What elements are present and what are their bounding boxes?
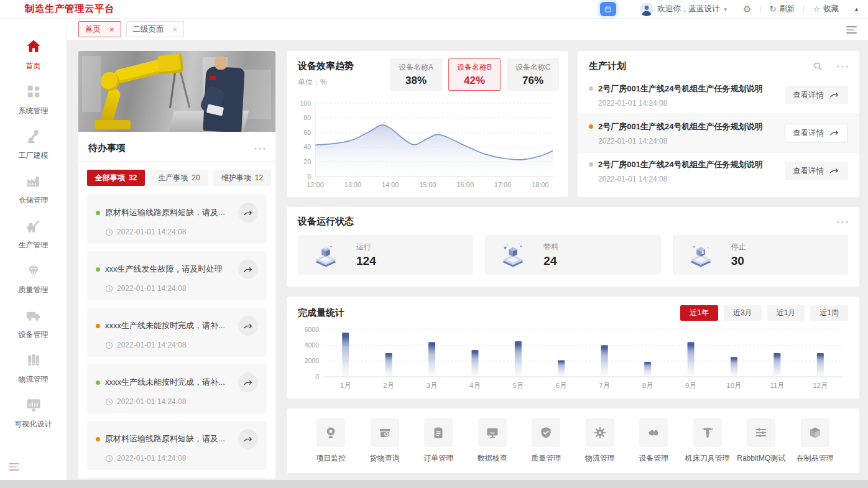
gear-icon[interactable]: ⚙ bbox=[743, 4, 751, 15]
sidebar-item-factory[interactable]: 仓储管理 bbox=[0, 172, 67, 206]
shortcut-label: 在制品管理 bbox=[796, 453, 834, 464]
sidebar-item-grid[interactable]: 系统管理 bbox=[0, 82, 67, 116]
stat-text: 运行124 bbox=[356, 242, 376, 268]
star-icon: ☆ bbox=[813, 4, 820, 14]
shortcut-label: 设备管理 bbox=[639, 453, 668, 464]
todo-item: xxxx生产线未能按时完成，请补...2022-01-01 14:24:08 bbox=[87, 364, 267, 413]
hearts-icon bbox=[639, 418, 668, 447]
sidebar-collapse-icon[interactable] bbox=[9, 461, 19, 472]
stat-text: 停止30 bbox=[731, 242, 746, 268]
todo-list: 原材料运输线路原料短缺，请及...2022-01-01 14:24:08xxx生… bbox=[78, 187, 275, 479]
range-button[interactable]: 近1周 bbox=[810, 305, 848, 321]
more-icon[interactable] bbox=[837, 221, 848, 223]
app-root: 制造生产管理云平台 欢迎你，蓝蓝设计 ▾ ⚙ ↻ 刷新 bbox=[0, 0, 868, 488]
view-detail-button[interactable]: 查看详情 bbox=[785, 86, 848, 104]
favorite-button[interactable]: ☆ 收藏 bbox=[813, 4, 839, 14]
todo-item-arrow-button[interactable] bbox=[238, 259, 258, 279]
todo-item-arrow-button[interactable] bbox=[238, 372, 258, 392]
shortcut-clipboard[interactable]: 订单管理 bbox=[412, 418, 466, 464]
tab-home[interactable]: 首页× bbox=[78, 21, 121, 37]
todo-filter-button[interactable]: 生产事项20 bbox=[150, 170, 208, 186]
sliders-icon bbox=[747, 418, 775, 447]
refresh-button[interactable]: ↻ 刷新 bbox=[770, 4, 795, 14]
close-icon[interactable]: × bbox=[173, 25, 178, 34]
sidebar-item-books[interactable]: 物流管理 bbox=[0, 351, 67, 385]
todo-item-row: xxx生产线发生故障，请及时处理 bbox=[96, 259, 258, 279]
completion-bar-chart: 02000400060001月2月3月4月5月6月7月8月9月10月11月12月 bbox=[298, 326, 848, 394]
shortcut-gear[interactable]: 物流管理 bbox=[573, 418, 627, 464]
svg-text:13:00: 13:00 bbox=[344, 181, 362, 188]
arrow-right-icon bbox=[829, 129, 840, 138]
grid-icon bbox=[24, 82, 43, 101]
efficiency-card: 设备效率趋势 单位：% 设备名称A38%设备名称B42%设备名称C76% 020… bbox=[287, 51, 568, 197]
todo-item-arrow-button[interactable] bbox=[238, 429, 258, 449]
tab-menu-icon[interactable] bbox=[846, 24, 857, 35]
filter-label: 生产事项 bbox=[158, 173, 188, 183]
plan-item: 2号厂房001生产线24号机组生产任务规划说明2022-01-01 14:24:… bbox=[578, 77, 859, 113]
view-detail-button[interactable]: 查看详情 bbox=[785, 124, 848, 142]
todo-filter-button[interactable]: 全部事项32 bbox=[87, 170, 145, 186]
more-icon[interactable] bbox=[254, 147, 265, 150]
shortcut-hearts[interactable]: 设备管理 bbox=[627, 418, 681, 464]
svg-text:12月: 12月 bbox=[813, 382, 828, 389]
todo-item-arrow-button[interactable] bbox=[238, 203, 258, 223]
camera-icon bbox=[316, 418, 345, 447]
calendar-icon bbox=[604, 5, 612, 14]
svg-text:6000: 6000 bbox=[305, 326, 320, 333]
filter-label: 维护事项 bbox=[221, 173, 251, 183]
range-button[interactable]: 近3月 bbox=[724, 305, 762, 321]
shortcut-monitor[interactable]: 数据核查 bbox=[466, 418, 520, 464]
device-tabs: 设备名称A38%设备名称B42%设备名称C76% bbox=[390, 58, 559, 91]
shortcut-sliders[interactable]: RabbitMQ测试 bbox=[734, 418, 788, 464]
todo-filter-button[interactable]: 维护事项12 bbox=[213, 170, 271, 186]
svg-text:11月: 11月 bbox=[770, 382, 784, 389]
sidebar-item-diamond[interactable]: 质量管理 bbox=[0, 261, 67, 295]
device-status-title: 设备运行状态 bbox=[298, 216, 354, 228]
sidebar-item-home[interactable]: 首页 bbox=[0, 37, 67, 71]
svg-text:18:00: 18:00 bbox=[532, 181, 549, 188]
shortcut-camera[interactable]: 项目监控 bbox=[304, 418, 358, 464]
plan-item: 2号厂房001生产线24号机组生产任务规划说明2022-01-01 14:24:… bbox=[578, 113, 859, 153]
chevron-down-icon: ▾ bbox=[724, 6, 727, 12]
range-button[interactable]: 近1年 bbox=[680, 305, 718, 321]
collapse-up-icon[interactable]: ▲ bbox=[854, 6, 859, 12]
close-icon[interactable]: × bbox=[109, 25, 114, 34]
todo-item-arrow-button[interactable] bbox=[238, 316, 258, 336]
device-tab-c[interactable]: 设备名称C76% bbox=[507, 58, 559, 91]
more-icon[interactable] bbox=[837, 65, 848, 68]
sidebar-item-monitor-chart[interactable]: 可视化设计 bbox=[0, 395, 67, 430]
sidebar-item-production[interactable]: 生产管理 bbox=[0, 216, 67, 251]
sidebar-item-truck[interactable]: 设备管理 bbox=[0, 306, 67, 340]
svg-text:12:00: 12:00 bbox=[307, 181, 324, 188]
device-tab-b[interactable]: 设备名称B42% bbox=[448, 58, 501, 91]
status-dot bbox=[589, 124, 593, 129]
tab-secondary[interactable]: 二级页面× bbox=[126, 21, 185, 37]
shortcut-box-search[interactable]: 货物查询 bbox=[358, 418, 412, 464]
shortcuts-card: 项目监控货物查询订单管理数据核查质量管理物流管理设备管理机床刀具管理Rabbit… bbox=[287, 408, 859, 473]
user-menu[interactable]: 欢迎你，蓝蓝设计 ▾ bbox=[640, 2, 727, 16]
device-status-card: 设备运行状态 运行124带料24停止30 bbox=[287, 207, 859, 287]
timestamp: 2022-01-01 14:24:08 bbox=[589, 99, 785, 108]
app-header: 制造生产管理云平台 欢迎你，蓝蓝设计 ▾ ⚙ ↻ 刷新 bbox=[0, 0, 868, 19]
svg-text:14:00: 14:00 bbox=[382, 181, 399, 188]
view-detail-label: 查看详情 bbox=[793, 166, 824, 177]
efficiency-title: 设备效率趋势 bbox=[298, 60, 354, 72]
machine-illustration-icon bbox=[686, 241, 715, 269]
shortcut-shield-check[interactable]: 质量管理 bbox=[519, 418, 573, 464]
sidebar-item-label: 工厂建模 bbox=[19, 150, 48, 161]
range-button[interactable]: 近1月 bbox=[767, 305, 805, 321]
search-icon[interactable] bbox=[813, 61, 823, 71]
svg-text:6月: 6月 bbox=[556, 382, 567, 389]
shortcut-label: 订单管理 bbox=[423, 453, 453, 464]
sidebar-item-label: 生产管理 bbox=[19, 240, 48, 251]
sidebar-item-robot-arm[interactable]: 工厂建模 bbox=[0, 127, 67, 161]
todo-item-time: 2022-01-01 14:24:08 bbox=[96, 284, 258, 293]
sidebar-item-label: 系统管理 bbox=[19, 106, 48, 116]
header-controls: 欢迎你，蓝蓝设计 ▾ ⚙ ↻ 刷新 ☆ 收藏 ▲ bbox=[600, 2, 868, 16]
device-tab-a[interactable]: 设备名称A38% bbox=[390, 58, 442, 91]
view-detail-button[interactable]: 查看详情 bbox=[785, 162, 848, 180]
shortcut-drill[interactable]: 机床刀具管理 bbox=[681, 418, 735, 464]
calendar-button[interactable] bbox=[600, 2, 616, 16]
shortcut-package[interactable]: 在制品管理 bbox=[788, 418, 843, 464]
tab-label: 首页 bbox=[85, 24, 101, 35]
